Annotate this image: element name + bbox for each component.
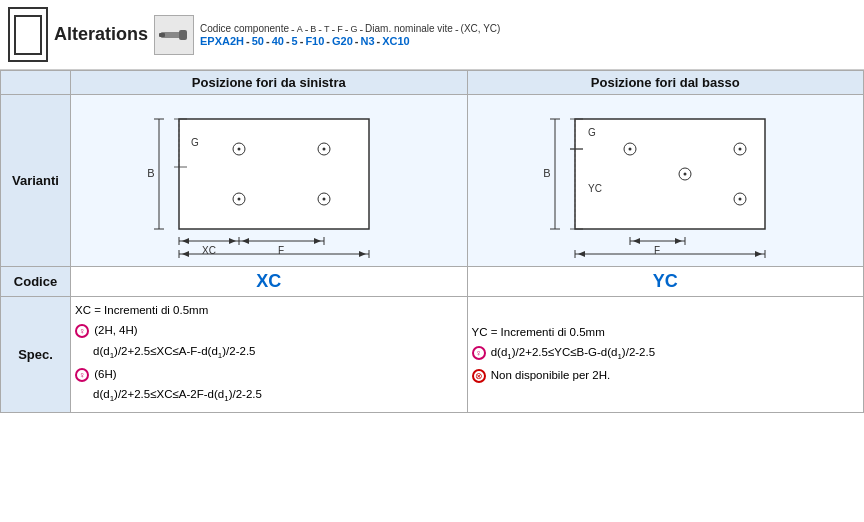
- svg-text:B: B: [544, 167, 551, 179]
- svg-marker-36: [314, 238, 321, 244]
- female-icon-1: ♀: [75, 324, 89, 338]
- spec-xc: XC = Incrementi di 0.5mm ♀ (2H, 4H) d(d1…: [71, 297, 468, 413]
- svg-text:A: A: [270, 258, 277, 259]
- alterations-label: Alterations: [54, 24, 148, 45]
- svg-text:YC: YC: [588, 183, 602, 194]
- svg-point-53: [739, 148, 742, 151]
- svg-text:A: A: [667, 258, 674, 259]
- female-icon-3: ♀: [472, 346, 486, 360]
- code-xc-value: XC: [71, 267, 468, 297]
- code-epxa: EPXA2H: [200, 35, 244, 47]
- svg-rect-3: [179, 119, 369, 229]
- svg-rect-2: [159, 33, 165, 37]
- xc-diagram-svg: B G: [139, 99, 399, 259]
- spec-xc-formula1: d(d1)/2+2.5≤XC≤A-F-d(d1)/2-2.5: [93, 342, 463, 363]
- diam-label: Diam. nominale vite: [365, 23, 453, 34]
- svg-text:B: B: [147, 167, 154, 179]
- spec-yc-formula1: d(d1)/2+2.5≤YC≤B-G-d(d1)/2-2.5: [491, 346, 655, 358]
- svg-marker-31: [182, 251, 189, 257]
- spec-xc-group1-line: ♀ (2H, 4H): [75, 321, 463, 339]
- svg-text:G: G: [191, 137, 199, 148]
- svg-marker-32: [359, 251, 366, 257]
- svg-point-51: [629, 148, 632, 151]
- code-section: Codice componente - A - B - T - F - G - …: [200, 23, 500, 47]
- spec-xc-formula2: d(d1)/2+2.5≤XC≤A-2F-d(d1)/2-2.5: [93, 385, 463, 406]
- col2-header: Posizione fori dal basso: [467, 71, 864, 95]
- svg-point-17: [237, 198, 240, 201]
- svg-rect-37: [575, 119, 765, 229]
- svg-rect-1: [179, 30, 187, 40]
- header: Alterations Codice componente - A - B - …: [0, 0, 864, 70]
- svg-point-19: [322, 198, 325, 201]
- svg-point-13: [237, 148, 240, 151]
- spec-xc-line1: XC = Incrementi di 0.5mm: [75, 301, 463, 319]
- spec-yc: YC = Incrementi di 0.5mm ♀ d(d1)/2+2.5≤Y…: [467, 297, 864, 413]
- female-icon-2: ♀: [75, 368, 89, 382]
- diagram-xc: B G: [71, 95, 468, 267]
- xy-label: (XC, YC): [461, 23, 501, 34]
- svg-marker-33: [182, 238, 189, 244]
- diagram-yc: B G YC: [467, 95, 864, 267]
- varianti-label: Varianti: [1, 95, 71, 267]
- code-yc-value: YC: [467, 267, 864, 297]
- spec-yc-formula-line: ♀ d(d1)/2+2.5≤YC≤B-G-d(d1)/2-2.5: [472, 343, 860, 364]
- svg-marker-66: [578, 251, 585, 257]
- svg-text:G: G: [588, 127, 596, 138]
- no-icon: ⊗: [472, 369, 486, 383]
- main-table: Posizione fori da sinistra Posizione for…: [0, 70, 864, 413]
- svg-marker-67: [755, 251, 762, 257]
- svg-marker-69: [675, 238, 682, 244]
- codice-label: Codice componente: [200, 23, 289, 34]
- spec-yc-line1: YC = Incrementi di 0.5mm: [472, 323, 860, 341]
- logo-inner: [14, 15, 42, 55]
- logo-box: [8, 7, 48, 62]
- svg-point-55: [684, 173, 687, 176]
- spec-label: Spec.: [1, 297, 71, 413]
- svg-marker-35: [242, 238, 249, 244]
- svg-point-15: [322, 148, 325, 151]
- code-bottom-row: EPXA2H - 50 - 40 - 5 - F10 - G20 - N3 - …: [200, 35, 500, 47]
- spec-yc-note-line: ⊗ Non disponibile per 2H.: [472, 366, 860, 384]
- codice-label: Codice: [1, 267, 71, 297]
- svg-point-57: [739, 198, 742, 201]
- code-top-row: Codice componente - A - B - T - F - G - …: [200, 23, 500, 35]
- spec-xc-group2-line: ♀ (6H): [75, 365, 463, 383]
- tool-icon: [154, 15, 194, 55]
- yc-diagram-svg: B G YC: [535, 99, 795, 259]
- col1-header: Posizione fori da sinistra: [71, 71, 468, 95]
- svg-marker-68: [633, 238, 640, 244]
- svg-marker-34: [229, 238, 236, 244]
